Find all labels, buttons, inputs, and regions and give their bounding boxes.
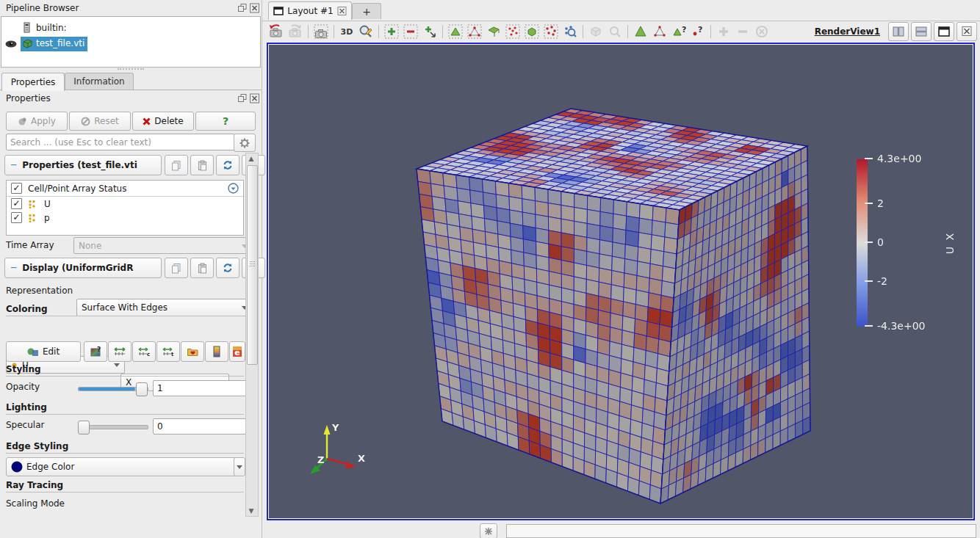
opacity-slider-handle[interactable]	[136, 382, 148, 396]
split-vertical-icon	[915, 26, 927, 37]
render-viewport[interactable]: 4.3e+0020-2-4.3e+00 U X Y X Z	[269, 45, 973, 518]
search-input[interactable]: Search ... (use Esc to clear text)	[6, 134, 235, 150]
pipeline-item-file-selected[interactable]: test_file.vti	[21, 37, 87, 51]
axis-x-label: X	[358, 453, 365, 464]
point-array-icon	[28, 214, 38, 222]
representation-label: Representation	[6, 286, 73, 296]
scrollbar-thumb[interactable]	[247, 165, 258, 365]
camera-undo-icon[interactable]	[267, 23, 285, 40]
interactive-select-cells-icon[interactable]	[542, 23, 560, 40]
time-array-combo[interactable]: None	[73, 237, 253, 254]
opacity-input[interactable]: 1	[153, 380, 250, 396]
edge-color-dropdown[interactable]	[234, 457, 245, 476]
array-status-checkbox[interactable]: ✓	[11, 183, 22, 194]
array-status-header: Cell/Point Array Status	[28, 183, 126, 194]
help-icon: ?	[223, 115, 228, 127]
close-properties-icon[interactable]	[249, 93, 260, 103]
pipeline-item-builtin[interactable]: builtin:	[22, 21, 67, 34]
selection-subtract-icon[interactable]	[402, 23, 419, 40]
rescale-custom-range-button[interactable]: c	[132, 341, 156, 362]
selection-add-icon[interactable]	[383, 23, 400, 40]
opacity-slider[interactable]	[78, 387, 148, 391]
zoom-to-data-icon[interactable]	[357, 23, 375, 40]
tab-information[interactable]: Information	[65, 73, 134, 90]
search-options-button[interactable]	[234, 134, 256, 152]
edit-color-legend-button[interactable]: e	[229, 341, 245, 362]
paste-properties-button[interactable]	[190, 155, 214, 175]
favorites-presets-button[interactable]	[181, 341, 204, 362]
visibility-eye-icon[interactable]	[4, 40, 18, 48]
array-U-checkbox[interactable]: ✓	[11, 198, 22, 209]
select-cells-polygon-icon[interactable]	[485, 23, 502, 40]
color-legend-tick: 2	[865, 197, 884, 209]
close-panel-icon[interactable]	[249, 3, 260, 13]
float-properties-icon[interactable]	[237, 93, 248, 103]
select-points-polygon-icon[interactable]	[504, 23, 522, 40]
point-array-icon	[28, 200, 38, 208]
interactive-select-points-icon[interactable]	[561, 23, 579, 40]
color-legend[interactable]: 4.3e+0020-2-4.3e+00 U X	[857, 159, 967, 327]
split-horizontal-button[interactable]	[888, 22, 909, 41]
select-points-rect-icon[interactable]	[466, 23, 483, 40]
rescale-data-range-button[interactable]	[108, 341, 131, 362]
paste-icon	[197, 263, 208, 274]
select-frustum-icon	[587, 23, 605, 40]
specular-slider[interactable]	[78, 425, 148, 429]
rescale-temporal-range-button[interactable]: t	[156, 341, 180, 362]
coloring-heading: Coloring	[6, 304, 244, 316]
pipeline-item-file[interactable]: test_file.vti	[4, 37, 87, 51]
help-button[interactable]: ?	[195, 112, 256, 131]
apply-button[interactable]: Apply	[6, 112, 68, 131]
delete-button[interactable]: Delete	[132, 112, 194, 131]
selection-toggle-icon[interactable]	[421, 23, 439, 40]
copy-properties-button[interactable]	[165, 155, 188, 175]
specular-slider-handle[interactable]	[78, 421, 90, 435]
close-view-button[interactable]	[956, 22, 977, 41]
scroll-down-icon[interactable]: ▼	[246, 506, 256, 516]
toolbar-separator	[710, 25, 711, 38]
reload-display-button[interactable]	[216, 258, 239, 278]
properties-scrollbar[interactable]: ▲ ▼	[245, 153, 259, 517]
select-block-icon[interactable]	[523, 23, 541, 40]
float-panel-icon[interactable]	[237, 3, 248, 13]
select-cells-rect-icon[interactable]	[447, 23, 464, 40]
section-properties-toggle[interactable]: ─ Properties (test_file.vti	[4, 155, 162, 175]
render-view-title[interactable]: RenderView1	[815, 26, 880, 37]
tab-properties[interactable]: Properties	[1, 73, 65, 91]
reset-button[interactable]: Reset	[69, 112, 131, 131]
toggle-3d-icon[interactable]: 3D	[338, 23, 356, 40]
maximize-view-button[interactable]	[934, 22, 954, 41]
query-cells-icon[interactable]: ?	[670, 23, 688, 40]
array-status-combo-icon[interactable]	[228, 183, 239, 194]
capture-screenshot-icon[interactable]	[312, 23, 330, 40]
edge-styling-heading: Edge Styling	[6, 441, 244, 454]
file-label: test_file.vti	[36, 38, 84, 48]
choose-preset-button[interactable]: ?	[84, 341, 107, 362]
toggle-color-legend-button[interactable]	[205, 341, 228, 362]
query-points-icon[interactable]: ?	[689, 23, 707, 40]
specular-input[interactable]: 0	[153, 418, 250, 435]
scroll-up-icon[interactable]: ▲	[246, 153, 256, 164]
copy-icon	[171, 160, 182, 171]
split-vertical-button[interactable]	[911, 22, 932, 41]
svg-text:?: ?	[97, 346, 101, 353]
paste-display-button[interactable]	[190, 258, 214, 278]
opacity-label: Opacity	[6, 382, 40, 392]
edit-color-map-button[interactable]: Edit	[6, 341, 81, 362]
edge-color-button[interactable]: Edge Color	[6, 457, 239, 476]
close-tab-icon[interactable]	[337, 7, 347, 15]
delete-icon	[143, 117, 151, 126]
lighting-heading: Lighting	[6, 402, 244, 415]
array-row-U[interactable]: ✓ U	[7, 197, 243, 211]
grow-selection-icon[interactable]	[632, 23, 649, 40]
add-layout-tab[interactable]: +	[352, 3, 381, 19]
copy-display-button[interactable]	[165, 258, 188, 278]
array-row-p[interactable]: ✓ p	[7, 211, 243, 225]
shrink-selection-icon[interactable]	[651, 23, 669, 40]
reload-properties-button[interactable]	[216, 155, 239, 175]
section-display-toggle[interactable]: ─ Display (UniformGridR	[4, 258, 162, 278]
choose-preset-icon: ?	[90, 346, 101, 357]
array-p-checkbox[interactable]: ✓	[11, 212, 22, 223]
abort-button[interactable]	[480, 523, 497, 538]
tab-layout-1[interactable]: Layout #1	[268, 1, 352, 20]
